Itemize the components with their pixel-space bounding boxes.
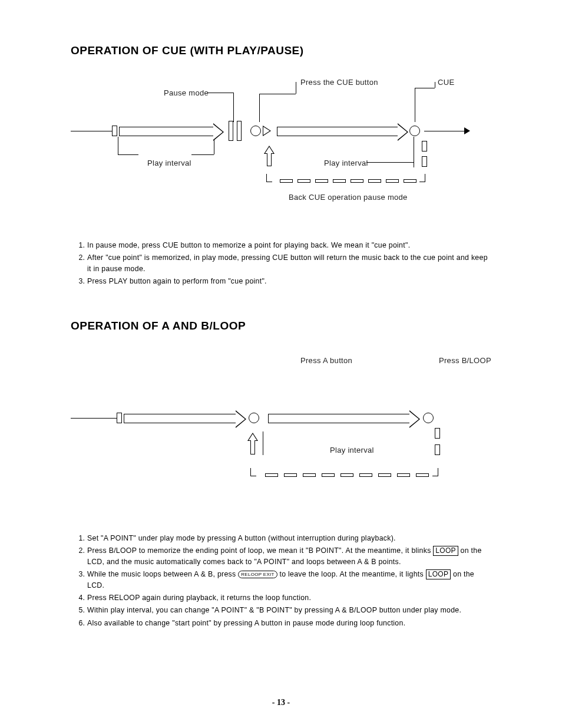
s1-step3: Press PLAY button again to perform from … — [87, 276, 491, 287]
label-play-interval-left: Play interval — [147, 159, 191, 167]
label-play-interval-2: Play interval — [330, 446, 374, 454]
s1-step2: After "cue point" is memorized, in play … — [87, 252, 491, 275]
s2-step6: Also available to change "start point" b… — [87, 618, 491, 629]
s2-step2: Press B/LOOP to memorize the ending poin… — [87, 545, 491, 568]
label-cue: CUE — [438, 78, 454, 87]
section2-title: OPERATION OF A AND B/LOOP — [71, 319, 491, 332]
reloop-exit-button-icon: RELOOP EXIT — [238, 571, 277, 578]
label-back-cue: Back CUE operation pause mode — [289, 193, 408, 202]
section1-title: OPERATION OF CUE (WITH PLAY/PAUSE) — [71, 44, 491, 57]
s2-step3-b: to leave the loop. At the meantime, it l… — [279, 570, 425, 578]
label-play-interval-right: Play interval — [324, 159, 368, 167]
s2-step1: Set "A POINT" under play mode by pressin… — [87, 533, 491, 544]
label-press-a: Press A button — [300, 356, 352, 365]
label-pause-mode: Pause mode — [164, 88, 209, 97]
s2-step2-a: Press B/LOOP to memorize the ending poin… — [87, 546, 433, 555]
s2-step3: While the music loops between A & B, pre… — [87, 569, 491, 591]
diagram-cue: Press the CUE button CUE Pause mode Play — [71, 75, 489, 210]
label-press-cue: Press the CUE button — [300, 78, 378, 87]
s1-step1: In pause mode, press CUE button to memor… — [87, 240, 491, 251]
s2-step5: Within play interval, you can change "A … — [87, 605, 491, 616]
loop-badge-2: LOOP — [426, 569, 451, 579]
loop-badge: LOOP — [433, 546, 458, 556]
label-press-bloop: Press B/LOOP — [439, 356, 491, 365]
s2-step3-a: While the music loops between A & B, pre… — [87, 570, 238, 578]
diagram-abloop: Press A button Press B/LOOP Play interva… — [71, 350, 489, 503]
play-icon — [263, 126, 271, 136]
section2-steps: Set "A POINT" under play mode by pressin… — [71, 533, 491, 628]
section1-steps: In pause mode, press CUE button to memor… — [71, 240, 491, 287]
s2-step4: Press RELOOP again during playback, it r… — [87, 592, 491, 604]
up-arrow-icon — [264, 146, 275, 154]
up-arrow-icon-2 — [247, 433, 258, 441]
page-number: - 13 - — [0, 698, 562, 707]
